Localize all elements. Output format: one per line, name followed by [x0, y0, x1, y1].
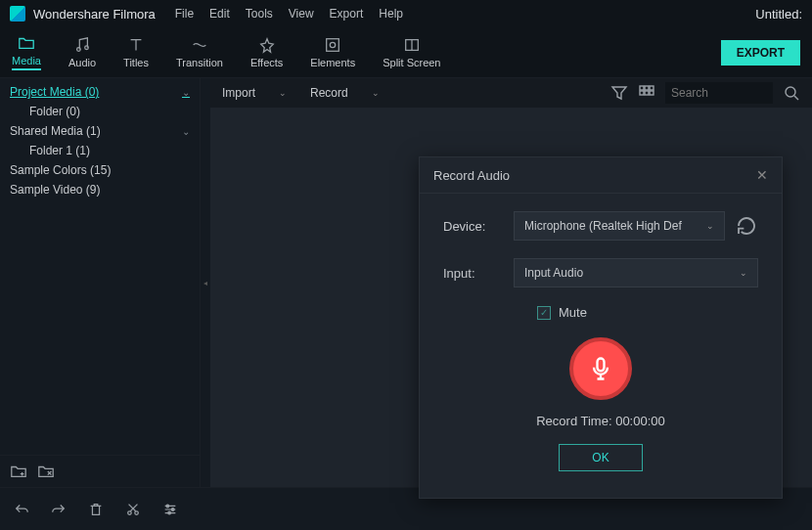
sidebar-item-label: Folder (0): [29, 105, 190, 118]
import-dropdown[interactable]: Import ⌄: [222, 86, 287, 100]
media-tree: Project Media (0) ⌄ Folder (0) Shared Me…: [0, 78, 200, 455]
svg-point-15: [171, 508, 174, 510]
chevron-down-icon: ⌄: [279, 88, 287, 98]
chevron-down-icon: ⌄: [706, 221, 714, 231]
app-logo-icon: [10, 6, 25, 22]
dialog-title: Record Audio: [433, 168, 510, 183]
search-input[interactable]: [665, 82, 773, 104]
svg-rect-9: [645, 91, 649, 95]
tab-titles[interactable]: Titles: [123, 36, 149, 68]
delete-icon[interactable]: [88, 502, 104, 517]
export-button[interactable]: EXPORT: [721, 40, 800, 66]
ok-button[interactable]: OK: [559, 444, 643, 471]
search-icon[interactable]: [783, 84, 800, 102]
chevron-down-icon: ⌄: [182, 87, 190, 98]
chevron-down-icon: ⌄: [182, 126, 190, 137]
sidebar-item-folder[interactable]: Folder (0): [10, 102, 190, 121]
svg-point-1: [85, 46, 89, 50]
folder-icon: [18, 34, 35, 52]
menu-edit[interactable]: Edit: [209, 7, 230, 21]
new-folder-icon[interactable]: [10, 464, 27, 479]
tab-elements-label: Elements: [310, 57, 355, 68]
device-value: Microphone (Realtek High Def: [524, 219, 682, 233]
dialog-titlebar: Record Audio ✕: [420, 157, 782, 194]
delete-folder-icon[interactable]: [37, 464, 55, 479]
tab-audio-label: Audio: [68, 57, 96, 68]
tab-titles-label: Titles: [123, 57, 149, 68]
cut-icon[interactable]: [125, 502, 141, 517]
svg-rect-8: [640, 91, 644, 95]
svg-point-11: [786, 87, 795, 97]
sidebar: Project Media (0) ⌄ Folder (0) Shared Me…: [0, 78, 201, 487]
svg-rect-17: [598, 359, 605, 372]
elements-icon: [324, 36, 341, 54]
tab-effects[interactable]: Effects: [250, 36, 283, 68]
menu-view[interactable]: View: [289, 7, 314, 21]
close-icon[interactable]: ✕: [756, 167, 768, 183]
import-label: Import: [222, 86, 255, 100]
menu-tools[interactable]: Tools: [246, 7, 273, 21]
sidebar-item-sample-colors[interactable]: Sample Colors (15): [10, 160, 190, 180]
filter-icon[interactable]: [610, 84, 628, 102]
effects-icon: [258, 36, 276, 54]
tab-transition-label: Transition: [176, 57, 223, 68]
splitscreen-icon: [403, 36, 421, 54]
sidebar-collapse-handle[interactable]: ◂: [201, 78, 210, 487]
input-label: Input:: [443, 266, 514, 281]
svg-point-0: [77, 48, 81, 52]
sliders-icon[interactable]: [162, 502, 178, 517]
document-title: Untitled:: [755, 7, 802, 22]
music-icon: [73, 36, 91, 54]
input-value: Input Audio: [524, 266, 583, 280]
svg-rect-2: [327, 39, 339, 52]
app-name: Wondershare Filmora: [33, 7, 156, 22]
record-audio-dialog: Record Audio ✕ Device: Microphone (Realt…: [419, 156, 783, 499]
svg-rect-5: [640, 86, 644, 90]
sidebar-footer: [0, 455, 200, 487]
redo-icon[interactable]: [51, 502, 67, 517]
tab-transition[interactable]: Transition: [176, 36, 223, 68]
undo-icon[interactable]: [14, 502, 29, 517]
sidebar-item-sample-video[interactable]: Sample Video (9): [10, 180, 190, 199]
sidebar-item-label: Shared Media (1): [10, 124, 182, 138]
menu-export[interactable]: Export: [330, 7, 364, 21]
text-icon: [127, 36, 145, 54]
svg-rect-7: [650, 86, 654, 90]
tab-media-label: Media: [12, 55, 41, 70]
mute-label: Mute: [559, 305, 587, 320]
chevron-down-icon: ⌄: [372, 88, 380, 98]
record-dropdown[interactable]: Record ⌄: [310, 86, 380, 100]
tab-splitscreen[interactable]: Split Screen: [383, 36, 440, 68]
refresh-icon[interactable]: [735, 214, 758, 238]
sidebar-item-label: Sample Video (9): [10, 183, 190, 197]
sidebar-item-project-media[interactable]: Project Media (0) ⌄: [10, 82, 190, 102]
input-select[interactable]: Input Audio ⌄: [514, 258, 758, 287]
tab-splitscreen-label: Split Screen: [383, 57, 440, 68]
device-select[interactable]: Microphone (Realtek High Def ⌄: [514, 211, 725, 241]
microphone-icon: [587, 355, 614, 382]
sidebar-item-label: Sample Colors (15): [10, 163, 190, 177]
record-time: Record Time: 00:00:00: [443, 414, 758, 428]
svg-point-13: [135, 510, 139, 514]
mute-checkbox[interactable]: ✓: [537, 306, 551, 320]
grid-view-icon[interactable]: [638, 84, 655, 102]
sidebar-item-shared-media[interactable]: Shared Media (1) ⌄: [10, 121, 190, 141]
tab-elements[interactable]: Elements: [310, 36, 355, 68]
sidebar-item-label: Folder 1 (1): [29, 144, 190, 157]
tab-media[interactable]: Media: [12, 34, 41, 70]
toolbar: Media Audio Titles Transition Effects El…: [0, 27, 812, 78]
menu-help[interactable]: Help: [379, 7, 403, 21]
svg-rect-6: [645, 86, 649, 90]
tab-audio[interactable]: Audio: [68, 36, 96, 68]
titlebar: Wondershare Filmora File Edit Tools View…: [0, 0, 812, 27]
device-label: Device:: [443, 219, 514, 234]
menu-file[interactable]: File: [175, 7, 194, 21]
sidebar-item-folder1[interactable]: Folder 1 (1): [10, 141, 190, 160]
svg-point-3: [331, 42, 336, 47]
record-time-label: Record Time:: [536, 414, 611, 428]
record-button[interactable]: [569, 337, 632, 400]
sidebar-item-label: Project Media (0): [10, 85, 182, 99]
menubar: File Edit Tools View Export Help: [175, 7, 403, 21]
svg-point-14: [166, 505, 169, 508]
transition-icon: [191, 36, 208, 54]
